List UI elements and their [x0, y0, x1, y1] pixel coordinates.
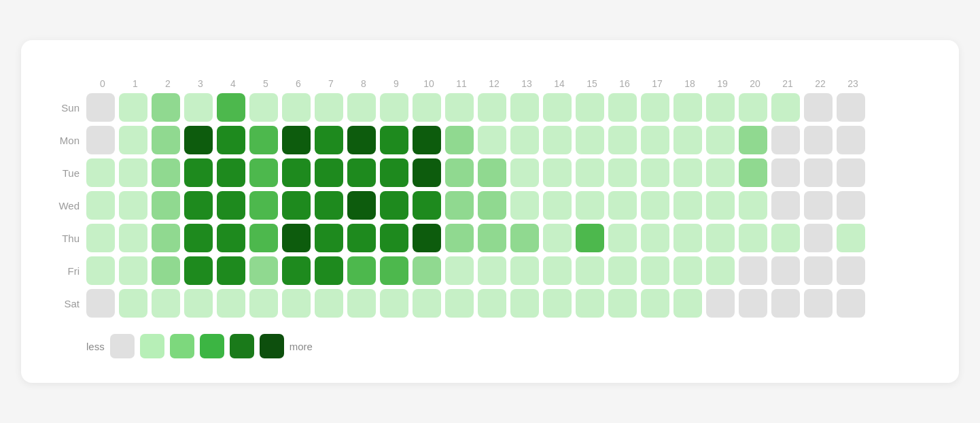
cell	[86, 289, 115, 318]
cell	[217, 191, 245, 220]
cell	[771, 126, 800, 154]
cell	[217, 126, 245, 154]
cell	[641, 289, 669, 318]
cell	[771, 289, 800, 318]
cell	[413, 289, 441, 318]
cell	[804, 289, 833, 318]
cell	[347, 224, 376, 252]
cell	[86, 126, 115, 154]
grid-rows: SunMonTueWedThuFriSat	[48, 93, 865, 318]
cell	[804, 126, 833, 154]
cell	[413, 224, 441, 252]
cell	[706, 256, 735, 285]
cells	[86, 191, 865, 220]
cell	[673, 256, 702, 285]
cell	[478, 191, 506, 220]
hour-label: 16	[608, 78, 641, 89]
day-label: Tue	[48, 167, 86, 179]
legend-color-cell	[110, 334, 135, 358]
legend: lessmore	[86, 334, 313, 358]
cell	[706, 126, 735, 154]
cell	[608, 256, 637, 285]
hour-label: 3	[184, 78, 217, 89]
day-label: Thu	[48, 233, 86, 244]
cell	[152, 289, 180, 318]
cell	[739, 256, 767, 285]
cell	[771, 93, 800, 122]
cell	[380, 256, 408, 285]
cell	[217, 256, 245, 285]
cell	[347, 191, 376, 220]
cell	[282, 126, 311, 154]
hour-label: 4	[217, 78, 249, 89]
legend-color-cell	[200, 334, 224, 358]
cell	[152, 191, 180, 220]
cell	[380, 126, 408, 154]
cell	[804, 191, 833, 220]
cell	[739, 224, 767, 252]
cell	[413, 158, 441, 187]
cell	[771, 224, 800, 252]
cell	[119, 224, 147, 252]
day-label: Mon	[48, 135, 86, 146]
cell	[641, 158, 669, 187]
cell	[673, 191, 702, 220]
cell	[641, 93, 669, 122]
cell	[804, 93, 833, 122]
hour-label: 19	[706, 78, 739, 89]
cell	[380, 224, 408, 252]
cell	[445, 224, 474, 252]
hour-label: 8	[347, 78, 380, 89]
cell	[445, 191, 474, 220]
hour-label: 23	[837, 78, 869, 89]
cell	[543, 126, 572, 154]
cell	[837, 126, 865, 154]
cell	[249, 93, 278, 122]
cell	[119, 158, 147, 187]
hour-label: 11	[445, 78, 478, 89]
cell	[119, 126, 147, 154]
cell	[641, 191, 669, 220]
cell	[315, 93, 343, 122]
cell	[217, 93, 245, 122]
cell	[706, 93, 735, 122]
day-row: Thu	[48, 224, 865, 252]
day-row: Sat	[48, 289, 865, 318]
cell	[184, 191, 213, 220]
day-row: Tue	[48, 158, 865, 187]
cell	[282, 93, 311, 122]
cell	[837, 256, 865, 285]
hour-label: 1	[119, 78, 152, 89]
cell	[510, 289, 539, 318]
cell	[249, 256, 278, 285]
cell	[413, 256, 441, 285]
cell	[315, 256, 343, 285]
cell	[184, 126, 213, 154]
cell	[543, 158, 572, 187]
cell	[576, 158, 604, 187]
cell	[478, 256, 506, 285]
cell	[184, 93, 213, 122]
cells	[86, 224, 865, 252]
cell	[706, 158, 735, 187]
cell	[86, 191, 115, 220]
card: 01234567891011121314151617181920212223 S…	[21, 40, 959, 383]
cell	[608, 191, 637, 220]
cell	[217, 289, 245, 318]
cell	[380, 93, 408, 122]
hours-row: 01234567891011121314151617181920212223	[86, 78, 869, 89]
cell	[706, 224, 735, 252]
day-label: Fri	[48, 265, 86, 277]
cell	[576, 256, 604, 285]
cell	[576, 224, 604, 252]
cell	[413, 191, 441, 220]
cell	[641, 126, 669, 154]
cell	[837, 224, 865, 252]
cell	[413, 126, 441, 154]
cell	[152, 126, 180, 154]
cell	[673, 158, 702, 187]
cell	[152, 93, 180, 122]
cell	[282, 191, 311, 220]
cell	[739, 191, 767, 220]
cells	[86, 93, 865, 122]
